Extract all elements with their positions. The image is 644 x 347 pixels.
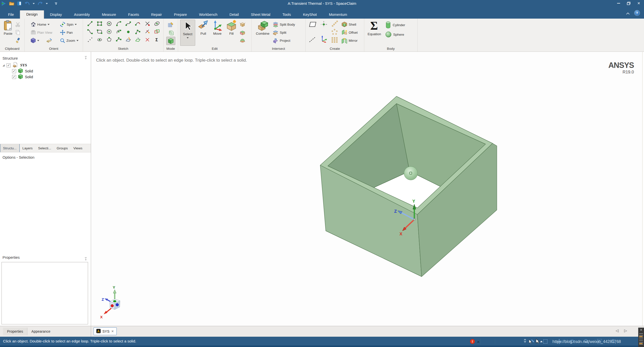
equation-curve-icon[interactable]: Σ (153, 36, 160, 43)
move-plane-icon[interactable] (134, 36, 141, 43)
replace-face-icon[interactable] (239, 29, 246, 36)
polygon-icon[interactable] (106, 36, 113, 43)
copy-button[interactable] (15, 29, 21, 36)
tree-expander-icon[interactable]: ◢ (3, 64, 5, 67)
error-indicator-icon[interactable]: ! (470, 339, 475, 344)
pin-icon[interactable] (84, 56, 87, 60)
tree-row-root[interactable]: ◢ ✓ SYS (3, 62, 27, 68)
menu-tab-display[interactable]: Display (44, 11, 68, 19)
menu-tab-keyshot[interactable]: KeyShot (297, 11, 323, 19)
view-orientation-triad[interactable]: Y Z X (100, 285, 120, 319)
tab-structure[interactable]: Structu... (0, 144, 20, 152)
help-icon[interactable]: ? (634, 10, 640, 16)
fill-button[interactable]: Fill (225, 20, 238, 35)
cut-button[interactable] (15, 21, 21, 28)
section-mode-button[interactable] (166, 29, 175, 37)
menu-tab-repair[interactable]: Repair (145, 11, 168, 19)
sketch-mode-button[interactable] (166, 21, 175, 29)
zoom-button[interactable]: Zoom (60, 37, 78, 44)
tab-selection[interactable]: Selecti... (35, 144, 54, 152)
menu-tab-prepare[interactable]: Prepare (168, 11, 193, 19)
sweep-curve-icon[interactable] (87, 28, 94, 35)
root-visibility-checkbox[interactable]: ✓ (7, 63, 11, 67)
solid-mode-button[interactable] (166, 37, 175, 45)
construction-circle-icon[interactable] (106, 28, 113, 35)
tree-root-label[interactable]: SYS (20, 63, 27, 67)
point-pattern-circular-icon[interactable] (331, 28, 338, 36)
select-cursor-icon[interactable] (535, 339, 540, 345)
status-scroll-arrows[interactable] (524, 339, 526, 343)
trim-corner-icon[interactable] (144, 28, 151, 35)
home-view-button[interactable]: Home (31, 21, 50, 28)
sketch-plane-icon[interactable] (125, 36, 132, 43)
construction-ellipse-icon[interactable] (96, 36, 103, 43)
pull-button[interactable]: Pull (197, 20, 210, 35)
footer-tab-properties[interactable]: Properties (3, 328, 27, 335)
tab-views[interactable]: Views (71, 144, 85, 152)
mirror-button[interactable]: Mirror (341, 37, 357, 44)
split-button[interactable]: Split (273, 29, 286, 36)
tree-solid2-label[interactable]: Solid (25, 75, 33, 79)
snapshot-button[interactable] (46, 37, 52, 44)
rounded-rectangle-icon[interactable] (96, 28, 103, 35)
spin-button[interactable]: Spin (60, 21, 77, 28)
polyline-icon[interactable] (134, 28, 141, 35)
footer-tab-appearance[interactable]: Appearance (27, 328, 55, 335)
tangent-arc-icon[interactable] (115, 20, 122, 27)
tab-groups[interactable]: Groups (54, 144, 70, 152)
point-pattern-diagonal-icon[interactable] (331, 20, 338, 28)
solid1-visibility-checkbox[interactable]: ✓ (12, 69, 16, 73)
dome-icon[interactable] (239, 37, 246, 44)
split-body-button[interactable]: Split Body (273, 21, 295, 28)
circle-icon[interactable] (106, 20, 113, 27)
document-tab-sys[interactable]: SYS ✕ (94, 327, 117, 335)
tab-scroll-left-icon[interactable]: ◁ (616, 328, 619, 333)
menu-tab-tools[interactable]: Tools (276, 11, 297, 19)
format-painter-button[interactable] (15, 37, 21, 44)
shell-button[interactable]: Shell (341, 21, 356, 28)
project-icon[interactable] (153, 28, 160, 35)
sphere-solid[interactable] (404, 166, 418, 180)
spin-cursor-icon[interactable] (528, 339, 534, 345)
sphere-button[interactable]: Sphere (385, 31, 404, 38)
axis-icon[interactable] (309, 36, 316, 43)
move-button[interactable]: Move (211, 20, 224, 35)
menu-tab-assembly[interactable]: Assembly (68, 11, 96, 19)
solid2-visibility-checkbox[interactable]: ✓ (12, 75, 16, 79)
line-icon[interactable] (87, 20, 94, 27)
collapse-ribbon-icon[interactable] (626, 12, 630, 16)
plan-view-button[interactable]: Plan View (31, 29, 52, 36)
menu-tab-file[interactable]: File (2, 11, 20, 19)
menu-tab-sheet-metal[interactable]: Sheet Metal (245, 11, 276, 19)
three-point-arc-icon[interactable] (115, 36, 122, 43)
cursor-options-caret[interactable] (540, 341, 543, 342)
selection-box-icon[interactable] (543, 339, 547, 343)
axes-icon[interactable] (320, 35, 327, 43)
error-caret-icon[interactable] (477, 341, 479, 342)
point-pattern-grid-icon[interactable] (331, 36, 338, 44)
offset-button[interactable]: Offset (341, 29, 358, 36)
orient-cube-button[interactable] (31, 37, 39, 44)
tab-layers[interactable]: Layers (20, 144, 35, 152)
open-box-solid[interactable] (320, 96, 497, 277)
rectangle-icon[interactable] (96, 20, 103, 27)
csdn-widget-close-icon[interactable]: ✕ (638, 328, 644, 332)
open-box-icon[interactable] (239, 21, 246, 28)
cylinder-button[interactable]: Cylinder (385, 21, 405, 29)
menu-tab-momentum[interactable]: Momentum (323, 11, 353, 19)
project-button[interactable]: Project (273, 37, 290, 44)
model-canvas[interactable]: Click an object. Double-click to select … (91, 52, 644, 326)
minimize-button[interactable] (615, 1, 622, 6)
menu-tab-facets[interactable]: Facets (122, 11, 145, 19)
origin-icon[interactable] (320, 21, 327, 28)
paste-button[interactable]: Paste (2, 20, 14, 35)
tab-scroll-right-icon[interactable]: ▷ (624, 328, 627, 333)
menu-tab-design[interactable]: Design (20, 10, 44, 19)
menu-tab-detail[interactable]: Detail (223, 11, 245, 19)
tree-solid1-label[interactable]: Solid (25, 69, 33, 73)
close-document-icon[interactable]: ✕ (111, 329, 114, 333)
construction-points-icon[interactable] (87, 36, 94, 43)
point-icon[interactable] (125, 28, 132, 35)
select-button[interactable]: Select (180, 20, 195, 46)
pan-button[interactable]: Pan (60, 29, 73, 36)
